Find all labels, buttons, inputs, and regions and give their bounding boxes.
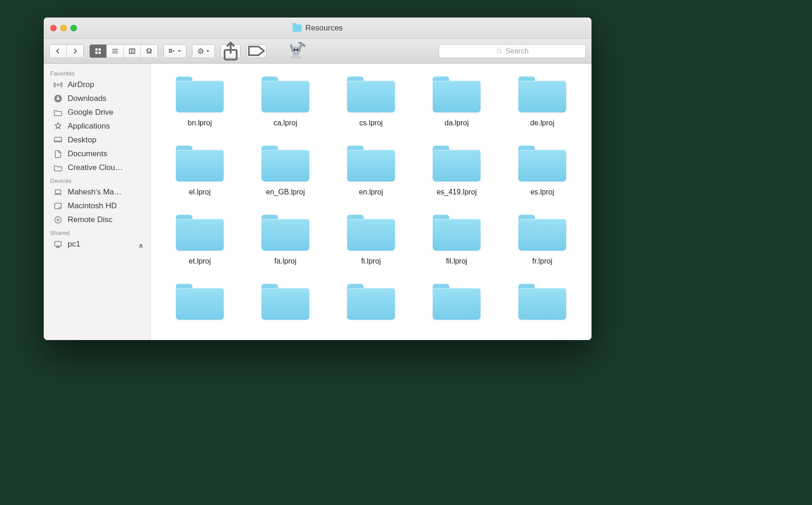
folder-item[interactable]: fi.lproj: [333, 215, 409, 265]
hdd-icon: [53, 201, 63, 211]
folder-item[interactable]: el.lproj: [162, 146, 238, 196]
sidebar-item[interactable]: Google Drive: [44, 106, 150, 119]
file-grid: bn.lprojca.lprojcs.lprojda.lprojde.lproj…: [151, 64, 592, 339]
sidebar-section-label: Favorites: [44, 67, 150, 78]
sidebar-item[interactable]: Macintosh HD: [44, 199, 150, 213]
titlebar[interactable]: Resources: [44, 18, 592, 39]
folder-icon: [433, 215, 481, 251]
laptop-icon: [53, 188, 63, 197]
sidebar-item-label: Google Drive: [68, 108, 113, 117]
documents-icon: [53, 149, 63, 159]
sidebar-item[interactable]: pc1: [44, 237, 150, 251]
icon-view-button[interactable]: [90, 45, 107, 58]
sidebar-item[interactable]: Downloads: [44, 92, 150, 106]
sidebar-item[interactable]: Remote Disc: [44, 213, 150, 227]
sidebar-item-label: Creative Clou…: [68, 163, 123, 172]
svg-point-38: [57, 84, 59, 86]
svg-line-27: [202, 49, 203, 49]
svg-rect-2: [95, 52, 98, 54]
folder-icon: [347, 76, 395, 112]
content-area[interactable]: bn.lprojca.lprojcs.lprojda.lprojde.lproj…: [151, 64, 592, 340]
file-name: el.lproj: [189, 188, 210, 196]
sidebar-item[interactable]: Applications: [44, 119, 150, 133]
svg-rect-14: [169, 49, 170, 50]
folder-item[interactable]: fa.lproj: [247, 215, 324, 265]
folder-item[interactable]: ca.lproj: [247, 76, 324, 127]
column-view-button[interactable]: [124, 45, 141, 58]
folder-icon: [292, 24, 302, 32]
sidebar-item-label: Macintosh HD: [68, 201, 117, 211]
svg-rect-17: [171, 51, 172, 53]
folder-item[interactable]: [333, 284, 409, 326]
desktop-icon: [53, 135, 63, 145]
file-name: de.lproj: [530, 119, 554, 127]
folder-item[interactable]: cs.lproj: [333, 76, 409, 127]
arrange-button[interactable]: [164, 45, 186, 58]
folder-icon: [176, 284, 224, 320]
svg-rect-10: [148, 49, 151, 52]
sidebar-item-label: Mahesh's Ma…: [68, 188, 122, 197]
file-name: fil.lproj: [446, 257, 467, 265]
list-view-button[interactable]: [107, 45, 124, 58]
eject-icon[interactable]: [138, 241, 144, 247]
file-name: es_419.lproj: [436, 188, 476, 196]
tags-button[interactable]: [246, 44, 267, 58]
action-button[interactable]: [192, 45, 215, 58]
arrange-button-group: [163, 44, 186, 58]
folder-item[interactable]: [504, 284, 580, 326]
file-name: es.lproj: [530, 188, 554, 196]
sidebar-section-label: Devices: [44, 175, 150, 185]
back-button[interactable]: [50, 45, 67, 58]
traffic-lights: [44, 25, 77, 31]
folder-icon: [518, 76, 566, 112]
svg-rect-3: [99, 52, 101, 54]
minimize-button[interactable]: [60, 25, 67, 31]
automator-icon[interactable]: [287, 42, 305, 60]
sidebar-item-label: Remote Disc: [68, 215, 112, 224]
folder-item[interactable]: en_GB.lproj: [247, 146, 324, 196]
folder-icon: [261, 284, 309, 320]
search-field[interactable]: Search: [439, 44, 586, 58]
folder-item[interactable]: es.lproj: [504, 146, 580, 196]
forward-button[interactable]: [67, 45, 83, 58]
pc-icon: [53, 240, 63, 249]
svg-point-36: [497, 49, 501, 53]
file-name: fr.lproj: [532, 257, 552, 265]
sidebar-item[interactable]: Mahesh's Ma…: [44, 185, 150, 199]
folder-item[interactable]: et.lproj: [162, 215, 238, 265]
sidebar-item[interactable]: Documents: [44, 147, 150, 161]
file-name: bn.lproj: [188, 119, 212, 127]
folder-icon: [347, 284, 395, 320]
folder-icon: [433, 76, 481, 112]
disc-icon: [53, 215, 63, 224]
svg-point-19: [200, 50, 202, 52]
finder-window: Resources: [44, 18, 592, 340]
folder-icon: [176, 215, 224, 251]
view-mode-buttons: [89, 44, 158, 58]
folder-item[interactable]: [247, 284, 324, 326]
folder-item[interactable]: [418, 284, 495, 326]
folder-icon: [53, 163, 63, 172]
folder-item[interactable]: [162, 284, 238, 326]
sidebar-item[interactable]: AirDrop: [44, 78, 150, 92]
folder-item[interactable]: de.lproj: [504, 76, 580, 127]
share-button[interactable]: [220, 44, 241, 58]
folder-item[interactable]: fil.lproj: [418, 215, 495, 265]
coverflow-view-button[interactable]: [141, 45, 157, 58]
close-button[interactable]: [50, 25, 57, 31]
applications-icon: [53, 122, 63, 131]
folder-icon: [433, 284, 481, 320]
folder-item[interactable]: es_419.lproj: [418, 146, 495, 196]
svg-line-26: [198, 53, 199, 53]
folder-item[interactable]: en.lproj: [333, 146, 409, 196]
svg-line-25: [202, 53, 203, 53]
folder-item[interactable]: da.lproj: [418, 76, 495, 127]
sidebar-item[interactable]: Desktop: [44, 133, 150, 147]
zoom-button[interactable]: [70, 25, 77, 31]
sidebar-item[interactable]: Creative Clou…: [44, 161, 150, 175]
folder-item[interactable]: bn.lproj: [162, 76, 238, 127]
svg-rect-7: [129, 49, 135, 53]
file-name: en.lproj: [359, 188, 383, 196]
sidebar-item-label: pc1: [68, 240, 80, 249]
folder-item[interactable]: fr.lproj: [504, 215, 580, 265]
